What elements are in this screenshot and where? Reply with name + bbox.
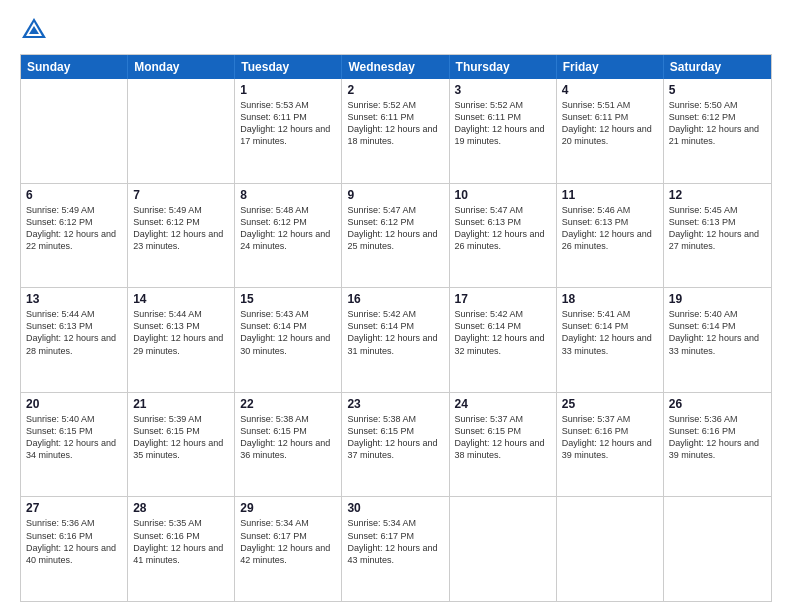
day-info: Sunrise: 5:52 AM Sunset: 6:11 PM Dayligh… — [347, 99, 443, 148]
day-number: 3 — [455, 83, 551, 97]
calendar-cell: 3Sunrise: 5:52 AM Sunset: 6:11 PM Daylig… — [450, 79, 557, 183]
day-info: Sunrise: 5:40 AM Sunset: 6:15 PM Dayligh… — [26, 413, 122, 462]
calendar-cell — [128, 79, 235, 183]
day-info: Sunrise: 5:36 AM Sunset: 6:16 PM Dayligh… — [669, 413, 766, 462]
day-info: Sunrise: 5:47 AM Sunset: 6:13 PM Dayligh… — [455, 204, 551, 253]
day-number: 27 — [26, 501, 122, 515]
day-info: Sunrise: 5:49 AM Sunset: 6:12 PM Dayligh… — [26, 204, 122, 253]
day-number: 20 — [26, 397, 122, 411]
day-number: 23 — [347, 397, 443, 411]
day-number: 19 — [669, 292, 766, 306]
day-number: 25 — [562, 397, 658, 411]
day-number: 6 — [26, 188, 122, 202]
calendar-header: SundayMondayTuesdayWednesdayThursdayFrid… — [21, 55, 771, 79]
day-info: Sunrise: 5:50 AM Sunset: 6:12 PM Dayligh… — [669, 99, 766, 148]
calendar-cell: 14Sunrise: 5:44 AM Sunset: 6:13 PM Dayli… — [128, 288, 235, 392]
day-number: 1 — [240, 83, 336, 97]
day-number: 7 — [133, 188, 229, 202]
day-number: 15 — [240, 292, 336, 306]
day-info: Sunrise: 5:45 AM Sunset: 6:13 PM Dayligh… — [669, 204, 766, 253]
calendar-cell: 26Sunrise: 5:36 AM Sunset: 6:16 PM Dayli… — [664, 393, 771, 497]
day-info: Sunrise: 5:39 AM Sunset: 6:15 PM Dayligh… — [133, 413, 229, 462]
calendar-cell: 9Sunrise: 5:47 AM Sunset: 6:12 PM Daylig… — [342, 184, 449, 288]
logo — [20, 16, 52, 44]
calendar-cell: 19Sunrise: 5:40 AM Sunset: 6:14 PM Dayli… — [664, 288, 771, 392]
day-number: 17 — [455, 292, 551, 306]
day-info: Sunrise: 5:37 AM Sunset: 6:15 PM Dayligh… — [455, 413, 551, 462]
calendar: SundayMondayTuesdayWednesdayThursdayFrid… — [20, 54, 772, 602]
calendar-cell: 25Sunrise: 5:37 AM Sunset: 6:16 PM Dayli… — [557, 393, 664, 497]
day-info: Sunrise: 5:52 AM Sunset: 6:11 PM Dayligh… — [455, 99, 551, 148]
day-info: Sunrise: 5:42 AM Sunset: 6:14 PM Dayligh… — [347, 308, 443, 357]
cal-header-day: Saturday — [664, 55, 771, 79]
calendar-week-row: 27Sunrise: 5:36 AM Sunset: 6:16 PM Dayli… — [21, 496, 771, 601]
cal-header-day: Monday — [128, 55, 235, 79]
calendar-cell — [557, 497, 664, 601]
calendar-cell: 20Sunrise: 5:40 AM Sunset: 6:15 PM Dayli… — [21, 393, 128, 497]
day-info: Sunrise: 5:34 AM Sunset: 6:17 PM Dayligh… — [240, 517, 336, 566]
day-info: Sunrise: 5:42 AM Sunset: 6:14 PM Dayligh… — [455, 308, 551, 357]
calendar-body: 1Sunrise: 5:53 AM Sunset: 6:11 PM Daylig… — [21, 79, 771, 601]
day-number: 16 — [347, 292, 443, 306]
calendar-cell: 2Sunrise: 5:52 AM Sunset: 6:11 PM Daylig… — [342, 79, 449, 183]
calendar-week-row: 1Sunrise: 5:53 AM Sunset: 6:11 PM Daylig… — [21, 79, 771, 183]
calendar-cell: 13Sunrise: 5:44 AM Sunset: 6:13 PM Dayli… — [21, 288, 128, 392]
calendar-cell — [450, 497, 557, 601]
calendar-cell: 24Sunrise: 5:37 AM Sunset: 6:15 PM Dayli… — [450, 393, 557, 497]
day-info: Sunrise: 5:53 AM Sunset: 6:11 PM Dayligh… — [240, 99, 336, 148]
cal-header-day: Friday — [557, 55, 664, 79]
calendar-cell — [21, 79, 128, 183]
cal-header-day: Tuesday — [235, 55, 342, 79]
day-info: Sunrise: 5:51 AM Sunset: 6:11 PM Dayligh… — [562, 99, 658, 148]
day-info: Sunrise: 5:43 AM Sunset: 6:14 PM Dayligh… — [240, 308, 336, 357]
calendar-cell: 28Sunrise: 5:35 AM Sunset: 6:16 PM Dayli… — [128, 497, 235, 601]
cal-header-day: Thursday — [450, 55, 557, 79]
page: SundayMondayTuesdayWednesdayThursdayFrid… — [0, 0, 792, 612]
calendar-cell — [664, 497, 771, 601]
calendar-cell: 7Sunrise: 5:49 AM Sunset: 6:12 PM Daylig… — [128, 184, 235, 288]
calendar-cell: 6Sunrise: 5:49 AM Sunset: 6:12 PM Daylig… — [21, 184, 128, 288]
day-info: Sunrise: 5:44 AM Sunset: 6:13 PM Dayligh… — [133, 308, 229, 357]
calendar-cell: 23Sunrise: 5:38 AM Sunset: 6:15 PM Dayli… — [342, 393, 449, 497]
calendar-cell: 4Sunrise: 5:51 AM Sunset: 6:11 PM Daylig… — [557, 79, 664, 183]
calendar-cell: 1Sunrise: 5:53 AM Sunset: 6:11 PM Daylig… — [235, 79, 342, 183]
day-info: Sunrise: 5:49 AM Sunset: 6:12 PM Dayligh… — [133, 204, 229, 253]
logo-icon — [20, 16, 48, 44]
calendar-cell: 15Sunrise: 5:43 AM Sunset: 6:14 PM Dayli… — [235, 288, 342, 392]
day-info: Sunrise: 5:34 AM Sunset: 6:17 PM Dayligh… — [347, 517, 443, 566]
calendar-cell: 27Sunrise: 5:36 AM Sunset: 6:16 PM Dayli… — [21, 497, 128, 601]
calendar-cell: 29Sunrise: 5:34 AM Sunset: 6:17 PM Dayli… — [235, 497, 342, 601]
day-number: 4 — [562, 83, 658, 97]
calendar-week-row: 13Sunrise: 5:44 AM Sunset: 6:13 PM Dayli… — [21, 287, 771, 392]
calendar-cell: 8Sunrise: 5:48 AM Sunset: 6:12 PM Daylig… — [235, 184, 342, 288]
calendar-week-row: 20Sunrise: 5:40 AM Sunset: 6:15 PM Dayli… — [21, 392, 771, 497]
day-number: 8 — [240, 188, 336, 202]
calendar-cell: 16Sunrise: 5:42 AM Sunset: 6:14 PM Dayli… — [342, 288, 449, 392]
day-number: 30 — [347, 501, 443, 515]
day-number: 24 — [455, 397, 551, 411]
day-number: 11 — [562, 188, 658, 202]
calendar-cell: 18Sunrise: 5:41 AM Sunset: 6:14 PM Dayli… — [557, 288, 664, 392]
day-info: Sunrise: 5:48 AM Sunset: 6:12 PM Dayligh… — [240, 204, 336, 253]
day-number: 18 — [562, 292, 658, 306]
day-info: Sunrise: 5:40 AM Sunset: 6:14 PM Dayligh… — [669, 308, 766, 357]
calendar-cell: 10Sunrise: 5:47 AM Sunset: 6:13 PM Dayli… — [450, 184, 557, 288]
day-number: 22 — [240, 397, 336, 411]
day-number: 5 — [669, 83, 766, 97]
day-info: Sunrise: 5:38 AM Sunset: 6:15 PM Dayligh… — [240, 413, 336, 462]
day-info: Sunrise: 5:46 AM Sunset: 6:13 PM Dayligh… — [562, 204, 658, 253]
calendar-cell: 5Sunrise: 5:50 AM Sunset: 6:12 PM Daylig… — [664, 79, 771, 183]
day-number: 13 — [26, 292, 122, 306]
calendar-cell: 22Sunrise: 5:38 AM Sunset: 6:15 PM Dayli… — [235, 393, 342, 497]
day-number: 21 — [133, 397, 229, 411]
day-info: Sunrise: 5:38 AM Sunset: 6:15 PM Dayligh… — [347, 413, 443, 462]
cal-header-day: Wednesday — [342, 55, 449, 79]
calendar-cell: 11Sunrise: 5:46 AM Sunset: 6:13 PM Dayli… — [557, 184, 664, 288]
day-info: Sunrise: 5:41 AM Sunset: 6:14 PM Dayligh… — [562, 308, 658, 357]
day-number: 14 — [133, 292, 229, 306]
day-number: 26 — [669, 397, 766, 411]
calendar-week-row: 6Sunrise: 5:49 AM Sunset: 6:12 PM Daylig… — [21, 183, 771, 288]
day-number: 29 — [240, 501, 336, 515]
day-number: 2 — [347, 83, 443, 97]
calendar-cell: 30Sunrise: 5:34 AM Sunset: 6:17 PM Dayli… — [342, 497, 449, 601]
